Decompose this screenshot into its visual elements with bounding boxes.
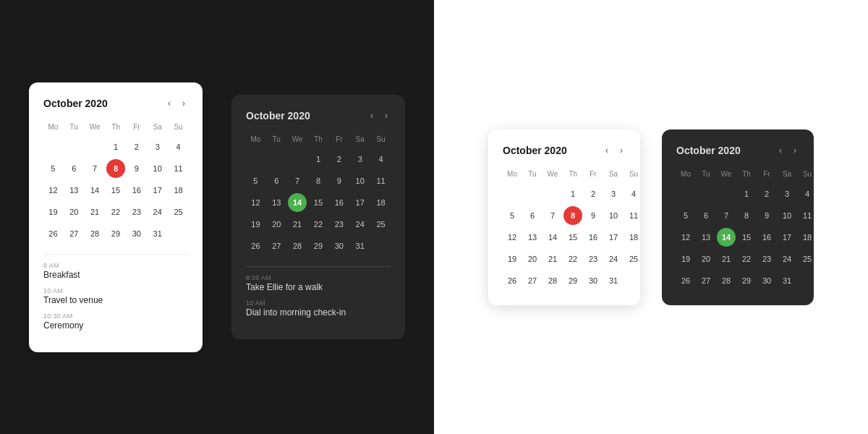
day-cell[interactable]: 24 xyxy=(148,203,167,221)
day-cell[interactable]: 13 xyxy=(697,228,715,247)
day-cell[interactable]: 9 xyxy=(127,159,146,178)
day-cell[interactable]: 3 xyxy=(351,150,370,169)
day-cell[interactable]: 7 xyxy=(85,159,104,178)
next-month-btn-2[interactable]: › xyxy=(617,144,626,157)
day-cell[interactable]: 4 xyxy=(624,184,643,203)
day-cell[interactable]: 10 xyxy=(351,171,370,190)
day-cell[interactable]: 6 xyxy=(64,159,83,178)
day-cell[interactable]: 24 xyxy=(604,250,623,268)
day-cell[interactable]: 27 xyxy=(64,224,83,243)
day-cell[interactable]: 29 xyxy=(737,271,756,290)
day-cell[interactable]: 14 xyxy=(85,181,104,200)
day-cell[interactable]: 23 xyxy=(584,250,603,268)
day-cell[interactable]: 20 xyxy=(523,250,542,268)
day-cell[interactable]: 13 xyxy=(523,228,542,247)
day-cell[interactable]: 28 xyxy=(85,224,104,243)
day-cell[interactable]: 5 xyxy=(43,159,62,178)
day-cell[interactable]: 6 xyxy=(697,206,715,225)
day-cell[interactable]: 1 xyxy=(563,184,582,203)
day-cell[interactable]: 15 xyxy=(106,181,125,200)
day-cell[interactable]: 12 xyxy=(503,228,522,247)
day-cell[interactable]: 6 xyxy=(523,206,542,225)
day-cell[interactable]: 3 xyxy=(778,184,796,203)
day-cell[interactable]: 22 xyxy=(106,203,125,221)
day-cell[interactable]: 4 xyxy=(798,184,817,203)
day-cell[interactable]: 27 xyxy=(523,271,542,290)
day-cell[interactable]: 23 xyxy=(127,203,146,221)
day-cell[interactable]: 11 xyxy=(798,206,817,225)
day-cell[interactable]: 15 xyxy=(737,228,756,247)
day-cell[interactable]: 15 xyxy=(563,228,582,247)
day-cell[interactable]: 21 xyxy=(288,215,307,234)
day-cell[interactable]: 2 xyxy=(584,184,603,203)
day-cell[interactable]: 15 xyxy=(309,193,328,212)
day-cell[interactable]: 9 xyxy=(757,206,776,225)
day-cell[interactable]: 27 xyxy=(697,271,715,290)
day-cell[interactable]: 17 xyxy=(778,228,796,247)
day-cell[interactable]: 2 xyxy=(330,150,349,169)
day-cell[interactable]: 12 xyxy=(676,228,695,247)
day-cell[interactable]: 16 xyxy=(127,181,146,200)
day-cell[interactable]: 7 xyxy=(543,206,562,225)
day-cell[interactable]: 22 xyxy=(563,250,582,268)
day-cell[interactable]: 11 xyxy=(169,159,188,178)
day-cell[interactable]: 18 xyxy=(169,181,188,200)
day-cell[interactable]: 17 xyxy=(604,228,623,247)
day-cell[interactable]: 21 xyxy=(85,203,104,221)
day-cell[interactable]: 18 xyxy=(372,193,391,212)
day-cell[interactable]: 20 xyxy=(267,215,286,234)
day-cell[interactable]: 17 xyxy=(351,193,370,212)
day-cell[interactable]: 8 xyxy=(309,171,328,190)
prev-month-btn-4[interactable]: ‹ xyxy=(776,144,785,157)
day-cell[interactable]: 17 xyxy=(148,181,167,200)
day-cell[interactable]: 14 xyxy=(543,228,562,247)
prev-month-btn-2[interactable]: ‹ xyxy=(603,144,611,157)
day-cell[interactable]: 4 xyxy=(372,150,391,169)
day-cell[interactable]: 25 xyxy=(624,250,643,268)
day-cell[interactable]: 4 xyxy=(169,137,188,156)
day-cell[interactable]: 16 xyxy=(584,228,603,247)
day-cell[interactable]: 18 xyxy=(624,228,643,247)
day-cell-selected[interactable]: 14 xyxy=(717,228,736,247)
day-cell[interactable]: 20 xyxy=(64,203,83,221)
day-cell[interactable]: 11 xyxy=(372,171,391,190)
day-cell[interactable]: 22 xyxy=(309,215,328,234)
day-cell[interactable]: 25 xyxy=(372,215,391,234)
day-cell[interactable]: 23 xyxy=(330,215,349,234)
day-cell[interactable]: 24 xyxy=(351,215,370,234)
day-cell[interactable]: 6 xyxy=(267,171,286,190)
day-cell[interactable]: 21 xyxy=(717,250,736,268)
day-cell[interactable]: 28 xyxy=(543,271,562,290)
next-month-btn-3[interactable]: › xyxy=(382,109,391,122)
day-cell[interactable]: 1 xyxy=(309,150,328,169)
day-cell[interactable]: 29 xyxy=(563,271,582,290)
day-cell[interactable]: 30 xyxy=(584,271,603,290)
next-month-btn-1[interactable]: › xyxy=(179,97,188,110)
day-cell-selected[interactable]: 8 xyxy=(106,159,125,178)
day-cell[interactable]: 8 xyxy=(737,206,756,225)
prev-month-btn-1[interactable]: ‹ xyxy=(165,97,174,110)
day-cell[interactable]: 31 xyxy=(148,224,167,243)
day-cell[interactable]: 12 xyxy=(43,181,62,200)
day-cell[interactable]: 11 xyxy=(624,206,643,225)
day-cell[interactable]: 19 xyxy=(43,203,62,221)
day-cell[interactable]: 30 xyxy=(330,237,349,255)
day-cell[interactable]: 2 xyxy=(127,137,146,156)
day-cell[interactable]: 5 xyxy=(676,206,695,225)
day-cell-selected[interactable]: 14 xyxy=(288,193,307,212)
day-cell[interactable]: 13 xyxy=(64,181,83,200)
day-cell[interactable]: 5 xyxy=(246,171,265,190)
day-cell[interactable]: 19 xyxy=(676,250,695,268)
day-cell[interactable]: 28 xyxy=(717,271,736,290)
day-cell[interactable]: 30 xyxy=(757,271,776,290)
day-cell[interactable]: 9 xyxy=(584,206,603,225)
day-cell[interactable]: 31 xyxy=(778,271,796,290)
day-cell[interactable]: 31 xyxy=(351,237,370,255)
day-cell[interactable]: 26 xyxy=(503,271,522,290)
day-cell[interactable]: 18 xyxy=(798,228,817,247)
day-cell[interactable]: 19 xyxy=(503,250,522,268)
day-cell[interactable]: 19 xyxy=(246,215,265,234)
day-cell[interactable]: 26 xyxy=(676,271,695,290)
day-cell[interactable]: 2 xyxy=(757,184,776,203)
day-cell[interactable]: 12 xyxy=(246,193,265,212)
